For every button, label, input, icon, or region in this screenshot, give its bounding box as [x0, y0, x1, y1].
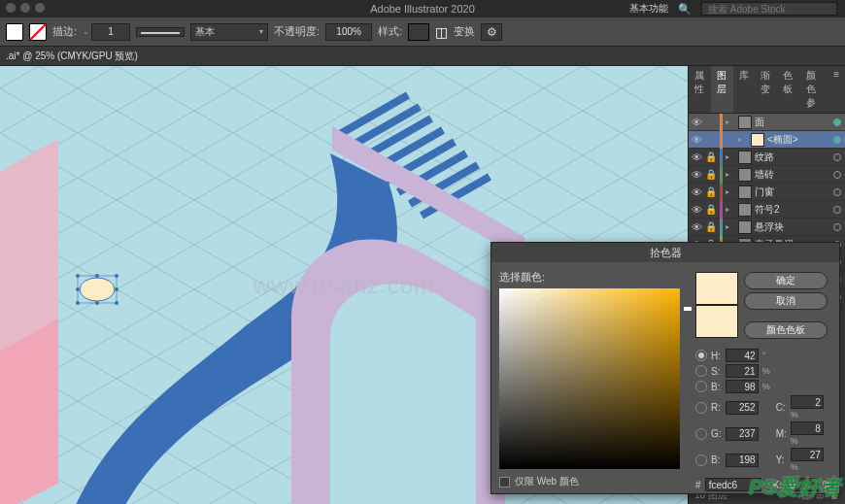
tab-swatches[interactable]: 色板: [777, 66, 799, 113]
rgb-b-radio[interactable]: [695, 454, 707, 466]
expand-icon[interactable]: ▸: [726, 222, 735, 231]
visibility-icon[interactable]: 👁: [691, 204, 702, 216]
hsb-s-radio[interactable]: [695, 365, 707, 377]
layer-color-bar: [720, 201, 723, 218]
rgb-r-input[interactable]: [726, 401, 759, 415]
search-input[interactable]: [701, 2, 837, 16]
hsb-h-radio[interactable]: [695, 350, 707, 361]
expand-icon[interactable]: ▸: [726, 152, 735, 161]
lock-icon[interactable]: 🔒: [705, 204, 717, 215]
expand-icon[interactable]: ▸: [726, 187, 735, 196]
cmyk-m-input[interactable]: [791, 421, 824, 435]
stroke-profile[interactable]: [136, 27, 185, 37]
cancel-button[interactable]: 取消: [744, 292, 828, 310]
old-color-swatch[interactable]: [695, 305, 738, 338]
layer-row[interactable]: 👁🔒▸门窗: [689, 184, 845, 201]
cmyk-c-input[interactable]: [791, 395, 824, 409]
stroke-weight-input[interactable]: [91, 23, 130, 41]
layer-color-bar: [720, 131, 723, 149]
opacity-input[interactable]: [325, 23, 372, 41]
fill-swatch[interactable]: [6, 23, 23, 41]
layer-thumb: [751, 133, 764, 147]
hsb-b-radio[interactable]: [695, 381, 707, 392]
lock-icon[interactable]: 🔒: [705, 151, 717, 162]
color-field[interactable]: [499, 288, 680, 469]
maximize-icon[interactable]: [35, 3, 45, 13]
lock-icon[interactable]: 🔒: [705, 169, 717, 180]
target-icon[interactable]: [833, 223, 841, 231]
visibility-icon[interactable]: 👁: [691, 169, 702, 181]
expand-icon[interactable]: ▸: [726, 205, 735, 214]
workspace-switcher[interactable]: 基本功能: [629, 2, 668, 16]
color-picker-dialog[interactable]: 拾色器 选择颜色: 仅限 Web 颜色 确定 取消 颜色色板 H:° S:% B…: [490, 242, 840, 494]
visibility-icon[interactable]: 👁: [691, 221, 702, 233]
search-icon: 🔍: [678, 3, 692, 16]
dialog-title-bar[interactable]: 拾色器: [491, 243, 839, 262]
target-icon[interactable]: [833, 171, 841, 179]
target-icon[interactable]: [833, 188, 841, 196]
hue-slider-thumb[interactable]: [684, 307, 692, 311]
expand-icon[interactable]: ▸: [726, 170, 735, 179]
graphic-style[interactable]: [408, 23, 429, 41]
layer-name[interactable]: 墙砖: [755, 168, 830, 182]
stroke-swatch[interactable]: [29, 23, 47, 41]
layer-row[interactable]: 👁🔒▸纹路: [689, 149, 845, 166]
layer-row[interactable]: 👁🔒▸墙砖: [689, 166, 845, 184]
chevron-down-icon[interactable]: ⌄: [83, 27, 89, 36]
layer-color-bar: [720, 184, 723, 201]
layer-name[interactable]: <椭圆>: [767, 133, 830, 147]
layer-thumb: [738, 168, 752, 182]
visibility-icon[interactable]: 👁: [691, 186, 702, 198]
close-icon[interactable]: [6, 3, 16, 13]
stroke-weight-stepper[interactable]: ⌄: [83, 23, 130, 41]
tab-libraries[interactable]: 库: [733, 66, 755, 113]
layer-row[interactable]: 👁🔒▸悬浮块: [689, 218, 845, 236]
document-tab[interactable]: .ai* @ 25% (CMYK/GPU 预览): [0, 47, 845, 66]
transform-label[interactable]: 变换: [454, 24, 475, 39]
visibility-icon[interactable]: 👁: [691, 151, 702, 163]
target-icon[interactable]: [833, 136, 841, 144]
panel-menu-icon[interactable]: ≡: [828, 66, 845, 113]
hsb-s-input[interactable]: [726, 364, 759, 378]
lock-icon[interactable]: 🔒: [705, 221, 717, 232]
lock-icon[interactable]: 🔒: [705, 186, 717, 197]
ok-button[interactable]: 确定: [744, 272, 828, 289]
swatches-button[interactable]: 颜色色板: [744, 321, 828, 339]
svg-point-17: [95, 301, 99, 305]
layer-color-bar: [720, 114, 723, 131]
layer-name[interactable]: 符号2: [755, 203, 830, 217]
minimize-icon[interactable]: [20, 3, 30, 13]
layer-name[interactable]: 悬浮块: [755, 220, 830, 234]
hsb-h-input[interactable]: [726, 349, 759, 362]
layer-row[interactable]: 👁🔒▸符号2: [689, 201, 845, 218]
target-icon[interactable]: [833, 153, 841, 161]
control-bar: 描边: ⌄ 基本▾ 不透明度: 样式: ◫ 变换 ⚙: [0, 17, 845, 47]
layer-name[interactable]: 面: [755, 116, 830, 129]
brush-definition[interactable]: 基本▾: [190, 23, 268, 41]
hsb-b-input[interactable]: [726, 380, 759, 393]
align-icon[interactable]: ◫: [435, 24, 448, 40]
tab-layers[interactable]: 图层: [711, 66, 733, 113]
tab-color[interactable]: 颜色参: [800, 66, 828, 113]
rgb-r-radio[interactable]: [695, 402, 707, 414]
rgb-b-input[interactable]: [726, 454, 759, 467]
color-field-cursor[interactable]: [532, 290, 542, 300]
visibility-icon[interactable]: 👁: [691, 117, 702, 128]
target-icon[interactable]: [833, 118, 841, 126]
layer-row[interactable]: 👁▸面: [689, 114, 845, 131]
expand-icon[interactable]: ▸: [726, 118, 735, 126]
layer-name[interactable]: 纹路: [755, 151, 830, 164]
rgb-g-radio[interactable]: [695, 428, 707, 440]
target-icon[interactable]: [833, 206, 841, 214]
cmyk-y-input[interactable]: [791, 448, 824, 461]
tab-gradient[interactable]: 渐变: [755, 66, 777, 113]
layer-color-bar: [720, 218, 723, 236]
expand-icon[interactable]: ▸: [738, 135, 748, 144]
web-only-checkbox[interactable]: [499, 477, 510, 487]
layer-name[interactable]: 门窗: [755, 185, 830, 199]
visibility-icon[interactable]: 👁: [691, 134, 702, 146]
gear-icon[interactable]: ⚙: [481, 23, 502, 41]
layer-row[interactable]: 👁▸<椭圆>: [689, 131, 845, 149]
tab-properties[interactable]: 属性: [689, 66, 711, 113]
rgb-g-input[interactable]: [726, 427, 759, 441]
